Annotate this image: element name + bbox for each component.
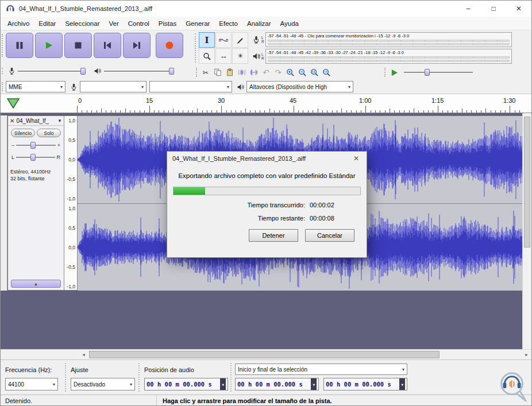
menu-control[interactable]: Control	[124, 17, 154, 30]
redo-button[interactable]: ↷	[272, 67, 284, 78]
toolbar-grip[interactable]	[196, 68, 199, 77]
playback-volume-slider[interactable]	[104, 67, 174, 75]
fit-project-icon	[322, 68, 331, 77]
recording-channels-select[interactable]: ▾	[149, 81, 232, 92]
track-close-icon[interactable]: ✕	[10, 118, 16, 124]
transport-toolbar	[2, 33, 185, 58]
gain-slider[interactable]	[16, 141, 56, 149]
cancel-export-button[interactable]: Cancelar	[305, 229, 354, 242]
audio-host-select[interactable]: MME ▾	[6, 81, 65, 92]
silence-icon	[250, 68, 258, 76]
recording-device-select[interactable]: ▾	[80, 81, 147, 92]
maximize-button[interactable]: □	[481, 1, 506, 17]
vertical-scale-ruler[interactable]: 1,0 0,5 0,0 -0,5 -1,0 1,0 0,5 0,0 -0,5 -…	[64, 116, 78, 290]
timeline-ruler[interactable]: 0 15 30 45 1:00 1:15 1:30	[1, 94, 531, 113]
multitool-icon: ✳	[237, 52, 242, 60]
toolbar-grip[interactable]	[2, 82, 5, 91]
slider-thumb[interactable]	[80, 68, 86, 75]
play-speed-slider[interactable]	[404, 68, 473, 76]
playback-meter-bar[interactable]: -57 -54 -51 -48 -45 -42 -39 -36 -33 -30 …	[265, 49, 512, 64]
selection-mode-select[interactable]: Inicio y final de la selección ▾	[235, 364, 407, 375]
paste-icon	[226, 68, 234, 76]
slider-thumb[interactable]	[425, 69, 430, 76]
audio-position-field[interactable]: 00 h 00 m 00.000 s ▼	[144, 378, 228, 390]
horizontal-scrollbar-thumb[interactable]	[89, 351, 440, 358]
menu-editar[interactable]: Editar	[34, 17, 60, 30]
scale-label: -0,5	[67, 176, 75, 182]
dialog-title-bar[interactable]: 04_What_If_I_Stumble_Remastered_2013_.ai…	[167, 152, 367, 165]
scroll-right-icon[interactable]: ►	[522, 350, 531, 359]
mute-button[interactable]: Silencio	[11, 129, 35, 137]
zoom-out-button[interactable]	[296, 67, 308, 78]
menu-pistas[interactable]: Pistas	[154, 17, 181, 30]
play-pin-icon[interactable]	[6, 98, 20, 109]
track-menu-icon[interactable]: ▼	[57, 118, 62, 123]
vertical-scrollbar[interactable]	[522, 113, 531, 349]
play-at-speed-button[interactable]	[388, 67, 400, 78]
menu-generar[interactable]: Generar	[181, 17, 214, 30]
playback-device-select[interactable]: Altavoces (Dispositivo de High ▾	[246, 81, 353, 92]
undo-button[interactable]: ↶	[260, 67, 272, 78]
draw-tool-button[interactable]	[232, 32, 248, 48]
stop-export-button[interactable]: Detener	[249, 229, 298, 242]
skip-to-end-button[interactable]	[123, 33, 151, 58]
pan-slider[interactable]	[16, 153, 55, 161]
fit-project-button[interactable]	[321, 67, 332, 78]
toolbar-grip[interactable]	[384, 68, 387, 77]
menu-analizar[interactable]: Analizar	[242, 17, 276, 30]
selection-start-field[interactable]: 00 h 00 m 00.000 s ▼	[235, 378, 319, 390]
solo-button[interactable]: Solo	[37, 129, 61, 137]
cut-button[interactable]: ✂	[200, 67, 211, 78]
envelope-tool-button[interactable]	[215, 32, 232, 48]
minimize-button[interactable]: –	[456, 1, 481, 17]
track-title[interactable]: 04_What_If_	[16, 118, 57, 124]
skip-to-start-button[interactable]	[94, 33, 121, 58]
zoom-in-button[interactable]	[284, 67, 296, 78]
menu-ayuda[interactable]: Ayuda	[276, 17, 303, 30]
scroll-left-icon[interactable]: ◄	[79, 350, 88, 359]
selection-end-field[interactable]: 00 h 00 m 00.000 s ▼	[323, 378, 407, 390]
recording-meter-bar[interactable]: -57 -54 -51 -48 -45 - Clic para comenzar…	[265, 32, 512, 47]
silence-selection-button[interactable]	[248, 67, 260, 78]
paste-button[interactable]	[224, 67, 236, 78]
zoom-out-icon	[298, 68, 307, 77]
collapse-track-button[interactable]: ▲	[11, 280, 61, 288]
stop-button[interactable]	[64, 33, 92, 58]
play-button[interactable]	[35, 33, 63, 58]
frequency-select[interactable]: 44100 ▾	[5, 378, 58, 390]
selection-tool-button[interactable]: I	[199, 32, 215, 48]
recording-meter[interactable]: LR -57 -54 -51 -48 -45 - Clic para comen…	[252, 32, 512, 48]
trim-outside-button[interactable]	[236, 67, 248, 78]
zoom-tool-button[interactable]	[199, 48, 215, 64]
menu-archivo[interactable]: Archivo	[3, 17, 34, 30]
toolbar-grip[interactable]	[65, 363, 66, 392]
menu-seleccionar[interactable]: Seleccionar	[60, 17, 104, 30]
record-button[interactable]	[156, 33, 183, 58]
toolbar-grip[interactable]	[195, 33, 198, 63]
snap-select[interactable]: Desactivado ▾	[71, 378, 135, 390]
menu-ver[interactable]: Ver	[105, 17, 124, 30]
vertical-scrollbar-thumb[interactable]	[524, 117, 530, 248]
frequency-label: Frecuencia (Hz):	[5, 366, 52, 373]
scale-label: -0,5	[67, 264, 75, 270]
skip-start-icon	[103, 41, 112, 50]
toolbar-grip[interactable]	[2, 68, 5, 74]
timeshift-tool-button[interactable]: ↔	[215, 48, 232, 64]
pause-button[interactable]	[6, 33, 33, 58]
horizontal-scrollbar[interactable]: ◄ ►	[79, 350, 531, 359]
slider-thumb[interactable]	[169, 68, 174, 75]
copy-button[interactable]	[212, 67, 223, 78]
multi-tool-button[interactable]: ✳	[232, 48, 248, 64]
meter-toolbars: LR -57 -54 -51 -48 -45 - Clic para comen…	[252, 32, 512, 64]
slider-thumb[interactable]	[30, 154, 36, 161]
toolbar-grip[interactable]	[2, 34, 5, 57]
toolbar-grip[interactable]	[138, 363, 140, 392]
playback-meter[interactable]: LR -57 -54 -51 -48 -45 -42 -39 -36 -33 -…	[252, 48, 512, 64]
menu-efecto[interactable]: Efecto	[214, 17, 242, 30]
recording-volume-slider[interactable]	[18, 67, 86, 75]
close-button[interactable]: ✕	[506, 1, 531, 17]
toolbar-grip[interactable]	[230, 363, 232, 392]
slider-thumb[interactable]	[30, 142, 36, 149]
dialog-close-icon[interactable]: ✕	[351, 154, 361, 163]
fit-selection-button[interactable]	[309, 67, 320, 78]
